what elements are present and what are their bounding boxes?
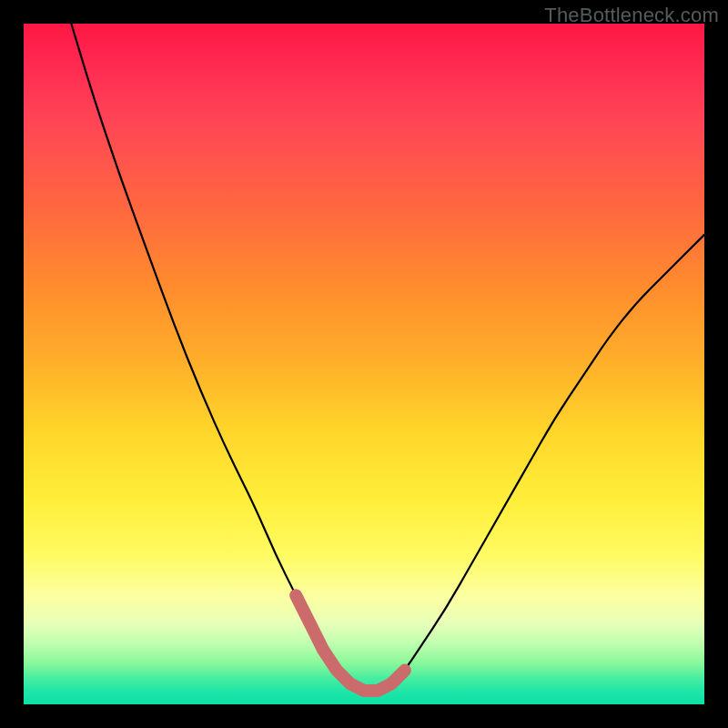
curve-line <box>71 24 704 691</box>
chart-frame: TheBottleneck.com <box>0 0 728 728</box>
highlight-segment <box>296 595 405 691</box>
plot-overlay <box>24 24 704 704</box>
watermark-text: TheBottleneck.com <box>544 4 719 27</box>
